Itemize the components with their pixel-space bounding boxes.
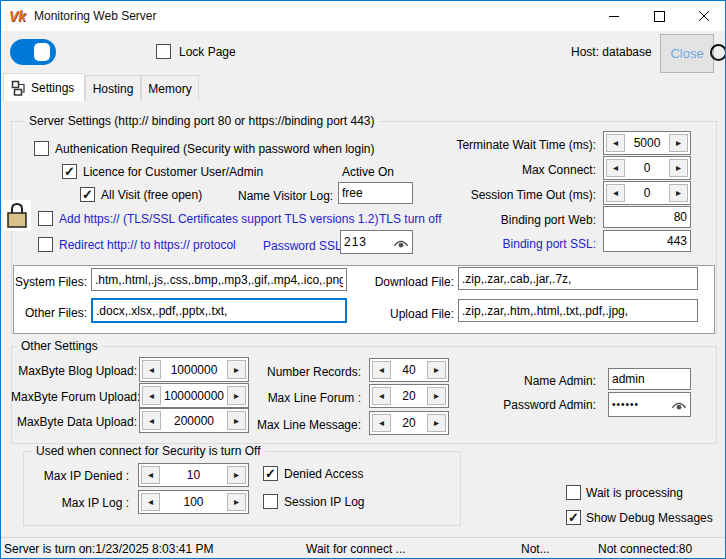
download-file-input[interactable] [458, 267, 698, 290]
tab-hosting[interactable]: Hosting [85, 75, 141, 101]
status-wait-connect: Wait for connect ... [306, 542, 406, 556]
terminate-wait-label: Terminate Wait Time (ms): [421, 138, 596, 152]
password-ssl-input[interactable] [341, 235, 392, 249]
tab-memory[interactable]: Memory [141, 75, 199, 101]
system-files-input[interactable] [91, 268, 347, 291]
max-line-message-spinner[interactable]: 20 [369, 411, 449, 435]
max-ip-log-label: Max IP Log : [31, 496, 129, 510]
max-ip-denied-label: Max IP Denied : [31, 469, 129, 483]
reveal-password-icon[interactable] [670, 398, 688, 411]
maxbyte-data-spinner[interactable]: 200000 [139, 408, 249, 433]
authentication-required-label: Authenication Required (Security with pa… [55, 142, 375, 156]
maxbyte-forum-spinner[interactable]: 100000000 [139, 383, 249, 408]
app-window: Vk Monitoring Web Server Lock Page Host:… [0, 0, 726, 559]
password-admin-input[interactable] [609, 399, 670, 410]
status-not: Not... [521, 542, 550, 556]
lock-page-checkbox[interactable] [156, 44, 171, 59]
spin-right-icon[interactable] [669, 134, 688, 152]
name-visitor-log-label: Name Visitor Log: [238, 189, 333, 203]
spin-right-icon[interactable] [227, 493, 246, 511]
upload-file-label: Upload File: [361, 307, 454, 321]
tab-settings-label: Settings [31, 81, 74, 95]
spin-right-icon[interactable] [669, 159, 688, 177]
spin-right-icon[interactable] [427, 414, 446, 432]
licence-checkbox[interactable] [62, 164, 77, 179]
max-connect-value: 0 [625, 161, 669, 175]
spin-left-icon[interactable] [372, 387, 391, 405]
status-bar: Server is turn on:1/23/2025 8:03:41 PM W… [1, 537, 725, 559]
spin-left-icon[interactable] [372, 414, 391, 432]
maximize-button[interactable] [637, 1, 682, 31]
download-file-label: Download File: [361, 275, 454, 289]
show-debug-checkbox[interactable] [566, 510, 581, 525]
close-icon [699, 11, 710, 22]
close-server-button[interactable]: Close [660, 34, 714, 73]
spin-left-icon[interactable] [142, 360, 161, 379]
session-ip-log-label: Session IP Log [284, 495, 365, 509]
spin-right-icon[interactable] [427, 361, 446, 379]
app-icon: Vk [9, 6, 29, 26]
spin-left-icon[interactable] [141, 493, 160, 511]
max-line-message-label: Max Line Message: [256, 418, 361, 432]
terminate-wait-spinner[interactable]: 5000 [603, 131, 691, 155]
tab-settings[interactable]: Settings [3, 73, 85, 101]
binding-port-ssl-input[interactable] [603, 230, 691, 252]
spin-right-icon[interactable] [669, 184, 688, 202]
maxbyte-data-label: MaxByte Data Upload: [11, 415, 137, 429]
number-records-spinner[interactable]: 40 [369, 358, 449, 382]
other-files-input[interactable] [91, 298, 347, 323]
spin-right-icon[interactable] [227, 360, 246, 379]
spin-left-icon[interactable] [606, 159, 625, 177]
password-ssl-field[interactable] [340, 230, 413, 254]
status-server-on: Server is turn on:1/23/2025 8:03:41 PM [4, 542, 213, 556]
session-ip-log-checkbox[interactable] [263, 494, 278, 509]
reveal-password-icon[interactable] [392, 236, 410, 249]
max-ip-denied-value: 10 [160, 468, 227, 482]
maxbyte-blog-label: MaxByte Blog Upload: [11, 364, 137, 378]
spin-left-icon[interactable] [606, 184, 625, 202]
licence-label: Licence for Customer User/Admin [83, 165, 263, 179]
spin-left-icon[interactable] [141, 466, 160, 484]
spin-right-icon[interactable] [227, 466, 246, 484]
all-visit-checkbox[interactable] [80, 187, 95, 202]
maxbyte-blog-spinner[interactable]: 1000000 [139, 357, 249, 382]
settings-tab-icon [11, 80, 27, 96]
binding-port-web-input[interactable] [603, 206, 691, 228]
active-on-label: Active On [342, 165, 394, 179]
number-records-label: Number Records: [256, 365, 361, 379]
denied-access-label: Denied Access [284, 467, 363, 481]
name-admin-input[interactable] [608, 368, 691, 390]
upload-file-input[interactable] [458, 299, 698, 322]
maxbyte-forum-label: MaxByte Forum Upload: [11, 390, 137, 404]
server-on-toggle[interactable] [10, 39, 56, 65]
max-connect-label: Max Connect: [421, 163, 596, 177]
spin-left-icon[interactable] [142, 411, 161, 430]
name-visitor-log-input[interactable] [338, 182, 413, 204]
tab-memory-label: Memory [148, 82, 191, 96]
session-timeout-spinner[interactable]: 0 [603, 181, 691, 205]
server-settings-group-title: Server Settings (http:// binding port 80… [25, 114, 379, 128]
maxbyte-blog-value: 1000000 [161, 363, 227, 377]
spin-left-icon[interactable] [372, 361, 391, 379]
spin-left-icon[interactable] [606, 134, 625, 152]
max-line-forum-spinner[interactable]: 20 [369, 384, 449, 408]
minimize-button[interactable] [592, 1, 637, 31]
authentication-required-checkbox[interactable] [34, 141, 49, 156]
password-admin-field[interactable] [608, 392, 691, 417]
spin-right-icon[interactable] [227, 386, 246, 405]
max-line-message-value: 20 [391, 416, 427, 430]
spin-right-icon[interactable] [227, 411, 246, 430]
max-ip-log-spinner[interactable]: 100 [138, 490, 249, 514]
max-ip-denied-spinner[interactable]: 10 [138, 463, 249, 487]
spin-left-icon[interactable] [142, 386, 161, 405]
add-https-checkbox[interactable] [38, 211, 53, 226]
max-connect-spinner[interactable]: 0 [603, 156, 691, 180]
toggle-knob [34, 43, 50, 61]
close-window-button[interactable] [682, 1, 726, 31]
all-visit-label: All Visit (free open) [101, 188, 202, 202]
redirect-https-checkbox[interactable] [38, 237, 53, 252]
binding-port-web-label: Binding port Web: [421, 213, 596, 227]
spin-right-icon[interactable] [427, 387, 446, 405]
denied-access-checkbox[interactable] [263, 466, 278, 481]
wait-processing-checkbox[interactable] [566, 485, 581, 500]
